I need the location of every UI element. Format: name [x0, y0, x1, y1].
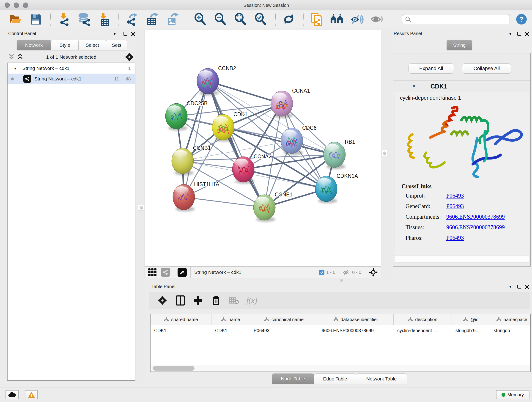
expand-all-tree-icon[interactable] [17, 54, 24, 60]
tab-network[interactable]: Network [17, 40, 51, 50]
tab-select[interactable]: Select [79, 40, 106, 50]
new-network-from-selection-icon[interactable] [310, 13, 323, 26]
collapse-all-icon[interactable] [8, 54, 15, 60]
control-panel-menu-icon[interactable]: ▼ [113, 32, 116, 36]
column-header-namespace[interactable]: namespace [490, 314, 531, 325]
table-panel-menu-icon[interactable]: ▼ [509, 285, 512, 288]
memory-status-dot [501, 393, 505, 397]
grid-view-icon[interactable] [148, 268, 157, 276]
zoom-selected-icon[interactable] [254, 13, 267, 26]
warnings-button[interactable] [25, 390, 38, 399]
crosslink-row-compartments: Compartments:9606.ENSP00000378699 [405, 214, 525, 224]
hide-selected-icon[interactable] [350, 13, 364, 26]
create-column-icon[interactable] [192, 294, 204, 306]
column-header-shared-name[interactable]: shared name [151, 314, 211, 325]
results-panel-menu-icon[interactable]: ▼ [509, 32, 512, 36]
tree-expand-icon[interactable]: ▼ [13, 66, 17, 70]
column-header-name[interactable]: name [211, 314, 250, 325]
import-table-from-file-icon[interactable] [97, 13, 111, 26]
network-options-gear-icon[interactable] [125, 53, 133, 61]
control-panel-close-icon[interactable] [131, 32, 135, 36]
results-panel-close-icon[interactable] [525, 32, 529, 36]
string-results-box: Expand All Collapse All ▼ CDK1 cyclin-de… [393, 53, 531, 267]
network-collection-row[interactable]: ▼ String Network – cdk1 1 [7, 63, 135, 74]
gene-section-expand-icon[interactable]: ▼ [412, 84, 416, 89]
tab-string[interactable]: String [447, 40, 472, 50]
fit-content-crosshair-icon[interactable] [369, 268, 378, 277]
memory-label: Memory [507, 392, 524, 397]
table-panel-close-icon[interactable] [525, 285, 529, 289]
control-panel-float-icon[interactable] [123, 32, 127, 36]
crosslink-value-link[interactable]: 9606.ENSP00000378699 [446, 224, 505, 230]
crosslink-value-link[interactable]: P06493 [446, 235, 464, 241]
node-label: RB1 [345, 139, 355, 145]
gene-section-header[interactable]: ▼ CDK1 [393, 81, 530, 92]
collapse-all-button[interactable]: Collapse All [462, 64, 511, 74]
table-horizontal-scrollbar[interactable] [151, 365, 530, 371]
delete-column-icon[interactable] [210, 294, 222, 306]
search-box[interactable] [402, 14, 510, 24]
horizontal-splitter-handle[interactable] [340, 279, 343, 282]
right-splitter-handle[interactable] [381, 150, 387, 156]
tab-sets[interactable]: Sets [106, 40, 127, 50]
zoom-out-icon[interactable] [214, 13, 227, 26]
show-columns-icon[interactable] [174, 294, 186, 306]
export-table-icon[interactable] [146, 13, 159, 26]
horizontal-splitter[interactable] [145, 278, 532, 283]
network-node-ccna1[interactable]: CCNA1 [271, 88, 310, 118]
table-panel-float-icon[interactable] [517, 285, 521, 288]
open-session-icon[interactable] [9, 13, 22, 26]
selected-nodes-checkbox[interactable] [319, 270, 324, 275]
column-header-database-identifier[interactable]: database identifier [318, 314, 394, 325]
column-header-canonical-name[interactable]: canonical name [250, 314, 318, 325]
search-input[interactable] [413, 16, 507, 22]
import-network-from-file-icon[interactable] [57, 13, 70, 26]
left-splitter-handle[interactable] [138, 205, 144, 211]
tab-network-table[interactable]: Network Table [356, 373, 407, 384]
table-row[interactable]: CDK1CDK1P064939606.ENSP00000378699cyclin… [151, 325, 530, 336]
network-node-cdkn1a[interactable]: CDKN1A [315, 173, 358, 203]
column-header-description[interactable]: description [394, 314, 452, 325]
tab-node-table[interactable]: Node Table [272, 373, 314, 384]
crosslink-value-link[interactable]: P06493 [446, 192, 464, 199]
tab-edge-table[interactable]: Edge Table [314, 373, 356, 384]
left-splitter[interactable] [137, 30, 145, 383]
first-neighbors-icon[interactable] [330, 13, 343, 26]
detach-view-icon[interactable] [177, 268, 187, 277]
results-panel-float-icon[interactable] [517, 32, 521, 36]
network-canvas[interactable]: CCNB2CCNA1CDC25BCDK1CDC6RB1CCNB1CCNA2CDK… [145, 30, 381, 267]
memory-button[interactable]: Memory [496, 390, 530, 399]
network-node-cdc6[interactable]: CDC6 [281, 125, 317, 155]
zoom-in-icon[interactable] [194, 13, 207, 26]
save-session-icon[interactable] [29, 13, 42, 26]
column-header--id[interactable]: @id [452, 314, 490, 325]
export-network-icon[interactable] [125, 13, 139, 26]
crosslink-value-link[interactable]: P06493 [446, 203, 464, 210]
network-graph[interactable]: CCNB2CCNA1CDC25BCDK1CDC6RB1CCNB1CCNA2CDK… [145, 30, 381, 266]
node-table[interactable]: shared namenamecanonical namedatabase id… [150, 314, 531, 372]
network-node-hist1h1a[interactable]: HIST1H1A [173, 181, 220, 211]
tab-style[interactable]: Style [51, 40, 79, 50]
import-network-from-database-icon[interactable] [77, 13, 90, 26]
window-title: Session: New Session [0, 0, 532, 10]
network-row-selected[interactable]: String Network – cdk1 11 48 [7, 74, 135, 84]
toolbar-separator [50, 13, 51, 26]
expand-all-button[interactable]: Expand All [409, 64, 454, 74]
network-type-icon [23, 75, 31, 83]
network-node-ccne1[interactable]: CCNE1 [253, 191, 293, 222]
zoom-fit-icon[interactable] [234, 13, 247, 26]
network-node-ccnb2[interactable]: CCNB2 [197, 65, 236, 96]
cloud-button[interactable] [6, 390, 19, 399]
table-scrollbar-thumb[interactable] [153, 366, 195, 370]
column-header-label: canonical name [272, 317, 304, 322]
warning-icon [28, 392, 35, 398]
column-header-label: namespace [504, 317, 527, 322]
crosslink-value-link[interactable]: 9606.ENSP00000378699 [446, 214, 505, 220]
network-node-rb1[interactable]: RB1 [323, 139, 355, 169]
right-splitter[interactable] [381, 30, 391, 282]
help-button[interactable]: ? [516, 14, 527, 25]
export-image-icon[interactable] [166, 13, 179, 26]
apply-preferred-layout-icon[interactable] [282, 13, 295, 26]
show-all-icon[interactable] [370, 13, 384, 26]
table-options-gear-icon[interactable] [157, 294, 168, 306]
